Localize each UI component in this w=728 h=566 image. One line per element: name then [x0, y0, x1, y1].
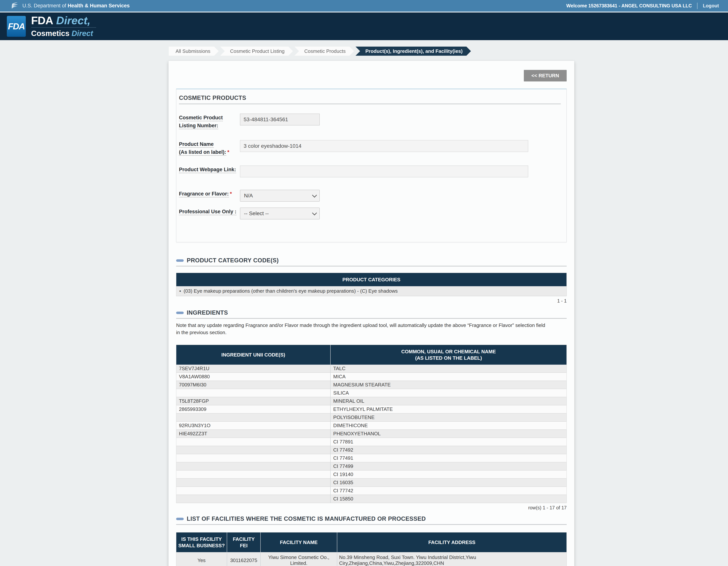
product-category-section-header: PRODUCT CATEGORY CODE(S) — [176, 257, 567, 266]
table-row: 2865993309ETHYLHEXYL PALMITATE — [176, 405, 567, 413]
table-row: CI 77891 — [176, 438, 567, 446]
table-row: CI 15850 — [176, 495, 567, 503]
table-row: Yes 3011622075 Yiwu Simone Cosmetic Oo.,… — [176, 552, 567, 566]
required-asterisk: * — [230, 191, 232, 197]
ingredients-section-header: INGREDIENTS — [176, 309, 567, 318]
breadcrumb: All Submissions Cosmetic Product Listing… — [169, 47, 728, 56]
collapse-minus-icon[interactable] — [176, 259, 184, 262]
cosmetic-products-box: COSMETIC PRODUCTS Cosmetic Product Listi… — [176, 89, 567, 242]
app-title: FDA Direct, — [31, 15, 96, 28]
facility-name-column-header: FACILITY NAME — [260, 532, 337, 552]
product-categories-header: PRODUCT CATEGORIES — [176, 273, 567, 286]
ingredients-note: Note that any update regarding Fragrance… — [176, 321, 567, 336]
product-name-input[interactable] — [240, 140, 528, 152]
table-row: •(03) Eye makeup preparations (other tha… — [176, 286, 567, 296]
facilities-table: IS THIS FACILITY SMALL BUSINESS? FACILIT… — [176, 532, 567, 566]
table-row: 92RU3N3Y1ODIMETHICONE — [176, 421, 567, 430]
hhs-eagle-icon — [11, 2, 19, 10]
chemical-name-column-header: COMMON, USUAL OR CHEMICAL NAME (AS LISTE… — [330, 345, 567, 365]
table-row: CI 77491 — [176, 454, 567, 462]
unii-column-header: INGREDIENT UNII CODE(S) — [176, 345, 330, 365]
table-row: CI 19140 — [176, 470, 567, 478]
listing-number-label: Cosmetic Product Listing Number: — [179, 114, 240, 130]
hhs-top-bar: U.S. Department of Health & Human Servic… — [0, 0, 728, 13]
ingredients-pagination: row(s) 1 - 17 of 17 — [176, 505, 567, 510]
main-panel: << RETURN COSMETIC PRODUCTS Cosmetic Pro… — [168, 61, 574, 566]
cosmetic-products-title: COSMETIC PRODUCTS — [179, 95, 561, 104]
table-row: POLYISOBUTENE — [176, 413, 567, 421]
webpage-link-input[interactable] — [240, 166, 528, 177]
table-row: CI 16035 — [176, 478, 567, 487]
ingredients-table: INGREDIENT UNII CODE(S) COMMON, USUAL OR… — [176, 345, 567, 503]
hhs-dept-text: U.S. Department of Health & Human Servic… — [22, 3, 130, 9]
table-row: T5L8T28FGPMINERAL OIL — [176, 397, 567, 405]
table-row: CI 77492 — [176, 446, 567, 454]
table-row: SILICA — [176, 389, 567, 397]
product-name-label: Product Name (As listed on label):* — [179, 140, 240, 156]
fragrance-flavor-select[interactable]: N/A — [240, 190, 320, 202]
listing-number-input[interactable] — [240, 114, 320, 125]
fei-column-header: FACILITY FEI — [227, 532, 260, 552]
professional-use-select[interactable]: -- Select -- — [240, 208, 320, 219]
breadcrumb-product-ingredient-facility[interactable]: Product(s), Ingredient(s), and Facility(… — [355, 47, 471, 56]
collapse-minus-icon[interactable] — [176, 518, 184, 520]
chevron-down-icon — [312, 211, 317, 215]
required-asterisk: * — [227, 149, 229, 155]
facilities-section-header: LIST OF FACILITIES WHERE THE COSMETIC IS… — [176, 515, 567, 525]
app-subtitle: Cosmetics Direct — [31, 28, 96, 38]
professional-use-label: Professional Use Only : — [179, 208, 240, 216]
fda-logo: FDA — [7, 16, 26, 37]
table-row: V8A1AW0880MICA — [176, 372, 567, 381]
product-categories-table: PRODUCT CATEGORIES •(03) Eye makeup prep… — [176, 273, 567, 296]
bullet-icon: • — [179, 288, 181, 294]
breadcrumb-cosmetic-products[interactable]: Cosmetic Products — [294, 47, 354, 56]
collapse-minus-icon[interactable] — [176, 311, 184, 314]
fragrance-flavor-label: Fragrance or Flavor:* — [179, 190, 240, 198]
table-row: HIE492ZZ3TPHENOXYETHANOL — [176, 430, 567, 438]
small-business-column-header: IS THIS FACILITY SMALL BUSINESS? — [176, 532, 227, 552]
app-header: FDA FDA Direct, Cosmetics Direct — [0, 13, 728, 40]
webpage-link-label: Product Webpage Link: — [179, 166, 240, 174]
table-row: 7SEV7J4R1UTALC — [176, 365, 567, 372]
breadcrumb-all-submissions[interactable]: All Submissions — [169, 47, 219, 56]
table-row: CI 77499 — [176, 462, 567, 470]
return-button[interactable]: << RETURN — [524, 70, 567, 82]
welcome-text: Welcome 15267383641 - ANGEL CONSULTING U… — [566, 3, 692, 9]
facility-address-column-header: FACILITY ADDRESS — [337, 532, 567, 552]
categories-pagination: 1 - 1 — [176, 298, 567, 303]
chevron-down-icon — [312, 193, 317, 197]
table-row: 70097M6I30MAGNESIUM STEARATE — [176, 381, 567, 389]
logout-link[interactable]: Logout — [703, 3, 719, 9]
breadcrumb-cosmetic-product-listing[interactable]: Cosmetic Product Listing — [220, 47, 293, 56]
table-row: CI 77742 — [176, 487, 567, 495]
header-divider — [697, 3, 697, 9]
